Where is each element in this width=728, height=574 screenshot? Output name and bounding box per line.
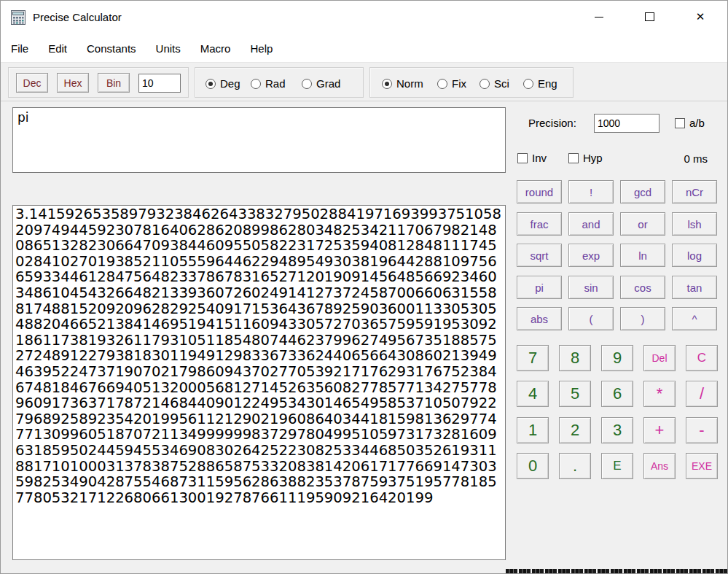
btn-subtract[interactable]: -: [686, 417, 718, 443]
radio-eng[interactable]: Eng: [523, 77, 557, 90]
btn-power[interactable]: ^: [672, 307, 717, 330]
radio-sci[interactable]: Sci: [480, 77, 509, 90]
app-icon[interactable]: [10, 9, 26, 26]
btn-frac[interactable]: frac: [517, 212, 562, 236]
btn-2[interactable]: 2: [559, 417, 591, 443]
inv-label: Inv: [532, 152, 547, 164]
btn-4[interactable]: 4: [517, 381, 549, 407]
dec-button[interactable]: Dec: [16, 73, 48, 93]
btn-9[interactable]: 9: [601, 345, 633, 371]
inv-checkbox-icon: [517, 153, 528, 163]
radio-deg[interactable]: Deg: [206, 77, 240, 90]
btn-add[interactable]: +: [643, 417, 676, 443]
menu-constants[interactable]: Constants: [87, 42, 136, 55]
menu-edit[interactable]: Edit: [48, 42, 67, 55]
menu-bar: File Edit Constants Units Macro Help: [1, 34, 727, 62]
btn-gcd[interactable]: gcd: [620, 180, 665, 203]
btn-cos[interactable]: cos: [620, 276, 665, 299]
base-input[interactable]: [138, 74, 181, 93]
bin-button[interactable]: Bin: [98, 73, 130, 93]
btn-lsh[interactable]: lsh: [672, 212, 717, 236]
btn-exe[interactable]: EXE: [686, 453, 718, 479]
radio-grad[interactable]: Grad: [302, 77, 340, 90]
base-group: Dec Hex Bin: [8, 67, 189, 98]
menu-help[interactable]: Help: [250, 42, 273, 55]
btn-clear[interactable]: C: [686, 345, 718, 371]
btn-open-paren[interactable]: (: [568, 307, 614, 330]
fraction-checkbox-icon: [675, 118, 685, 128]
minimize-button[interactable]: [582, 5, 617, 28]
radio-norm-icon: [382, 79, 392, 89]
hyp-label: Hyp: [583, 152, 603, 164]
hyp-checkbox-icon: [568, 153, 579, 163]
inv-checkbox[interactable]: Inv: [517, 152, 547, 164]
maximize-button[interactable]: [632, 5, 667, 28]
btn-ln[interactable]: ln: [620, 244, 665, 267]
btn-exp[interactable]: exp: [568, 244, 614, 267]
radio-eng-icon: [523, 79, 533, 89]
result-display[interactable]: 3.14159265358979323846264338327950288419…: [12, 205, 506, 560]
fraction-checkbox[interactable]: a/b: [675, 117, 705, 129]
toolbar: Dec Hex Bin Deg Rad Grad Norm: [1, 62, 727, 101]
maximize-icon: [645, 12, 654, 21]
btn-0[interactable]: 0: [517, 453, 549, 479]
radio-deg-icon: [206, 79, 216, 89]
btn-close-paren[interactable]: ): [620, 307, 665, 330]
btn-ncr[interactable]: nCr: [672, 180, 717, 203]
btn-1[interactable]: 1: [517, 417, 549, 443]
minimize-icon: [595, 17, 603, 18]
radio-rad-label: Rad: [265, 77, 286, 90]
radio-sci-label: Sci: [494, 77, 509, 90]
radio-eng-label: Eng: [538, 77, 557, 90]
menu-units[interactable]: Units: [156, 42, 181, 55]
title-bar: Precise Calculator ✕: [1, 1, 727, 34]
fraction-label: a/b: [689, 117, 705, 129]
hyp-checkbox[interactable]: Hyp: [568, 152, 603, 164]
radio-sci-icon: [480, 79, 490, 89]
radio-deg-label: Deg: [220, 77, 240, 90]
expression-input[interactable]: pi: [12, 107, 506, 173]
precision-input[interactable]: [594, 114, 659, 133]
angle-mode-group: Deg Rad Grad: [195, 67, 364, 98]
btn-3[interactable]: 3: [601, 417, 633, 443]
btn-7[interactable]: 7: [517, 345, 549, 371]
btn-decimal-point[interactable]: .: [559, 453, 591, 479]
btn-6[interactable]: 6: [601, 381, 633, 407]
elapsed-time-label: 0 ms: [668, 152, 708, 165]
radio-rad[interactable]: Rad: [251, 77, 286, 90]
btn-or[interactable]: or: [620, 212, 665, 236]
radio-rad-icon: [251, 79, 261, 89]
btn-multiply[interactable]: *: [643, 381, 676, 407]
btn-abs[interactable]: abs: [517, 307, 562, 330]
btn-and[interactable]: and: [568, 212, 614, 236]
radio-norm[interactable]: Norm: [382, 77, 423, 90]
precision-label: Precision:: [528, 117, 576, 129]
close-icon: ✕: [696, 12, 705, 23]
radio-grad-icon: [302, 79, 312, 89]
window-title: Precise Calculator: [33, 11, 122, 23]
btn-e-exponent[interactable]: E: [601, 453, 633, 479]
btn-ans[interactable]: Ans: [643, 453, 676, 479]
btn-factorial[interactable]: !: [568, 180, 614, 203]
btn-sin[interactable]: sin: [568, 276, 614, 299]
radio-fix-icon: [437, 79, 447, 89]
btn-divide[interactable]: /: [686, 381, 718, 407]
radio-fix-label: Fix: [452, 77, 466, 90]
menu-file[interactable]: File: [11, 42, 28, 55]
radio-grad-label: Grad: [316, 77, 340, 90]
btn-sqrt[interactable]: sqrt: [517, 244, 562, 267]
btn-log[interactable]: log: [672, 244, 717, 267]
close-button[interactable]: ✕: [683, 5, 718, 28]
precise-calculator-window: Precise Calculator ✕ File Edit Constants…: [0, 0, 728, 574]
radio-norm-label: Norm: [396, 77, 423, 90]
btn-pi[interactable]: pi: [517, 276, 562, 299]
btn-del[interactable]: Del: [643, 345, 676, 371]
display-mode-group: Norm Fix Sci Eng: [369, 67, 574, 98]
btn-round[interactable]: round: [517, 180, 562, 203]
btn-5[interactable]: 5: [559, 381, 591, 407]
menu-macro[interactable]: Macro: [200, 42, 231, 55]
btn-tan[interactable]: tan: [672, 276, 717, 299]
radio-fix[interactable]: Fix: [437, 77, 466, 90]
hex-button[interactable]: Hex: [57, 73, 89, 93]
btn-8[interactable]: 8: [559, 345, 591, 371]
